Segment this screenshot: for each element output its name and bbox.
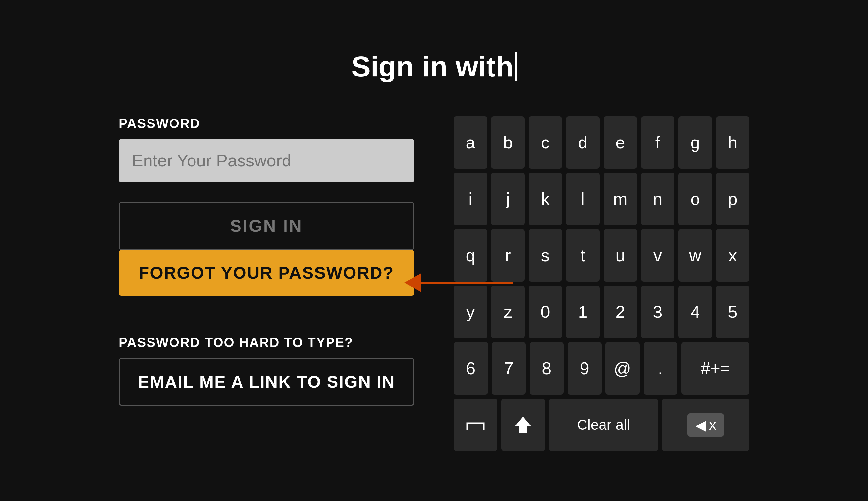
backspace-x: x (709, 417, 716, 433)
keyboard-row-1: a b c d e f g h (454, 116, 750, 169)
forgot-password-button[interactable]: FORGOT YOUR PASSWORD? (118, 250, 414, 296)
key-clear-all[interactable]: Clear all (549, 398, 658, 451)
key-symbols[interactable]: #+= (681, 342, 750, 395)
key-f[interactable]: f (641, 116, 674, 169)
key-t[interactable]: t (566, 229, 599, 282)
key-j[interactable]: j (491, 173, 525, 225)
password-hard-label: PASSWORD TOO HARD TO TYPE? (118, 335, 414, 350)
key-d[interactable]: d (566, 116, 599, 169)
password-label: PASSWORD (118, 116, 414, 131)
key-w[interactable]: w (678, 229, 712, 282)
key-backspace[interactable]: ◀ x (662, 398, 750, 451)
key-3[interactable]: 3 (641, 286, 674, 338)
key-o[interactable]: o (678, 173, 712, 225)
keyboard-row-5: 6 7 8 9 @ . #+= (454, 342, 750, 395)
left-panel: PASSWORD SIGN IN FORGOT YOUR PASSWORD? P… (118, 116, 414, 406)
backspace-icon: ◀ x (687, 413, 724, 437)
key-z[interactable]: z (491, 286, 525, 338)
key-u[interactable]: u (604, 229, 637, 282)
keyboard-row-2: i j k l m n o p (454, 173, 750, 225)
key-2[interactable]: 2 (604, 286, 637, 338)
key-p[interactable]: p (716, 173, 750, 225)
key-k[interactable]: k (529, 173, 562, 225)
key-a[interactable]: a (454, 116, 487, 169)
key-4[interactable]: 4 (678, 286, 712, 338)
svg-marker-0 (515, 417, 531, 433)
key-n[interactable]: n (641, 173, 674, 225)
email-link-button[interactable]: EMAIL ME A LINK TO SIGN IN (118, 358, 414, 406)
cursor-bar (515, 52, 517, 82)
key-0[interactable]: 0 (529, 286, 562, 338)
key-6[interactable]: 6 (454, 342, 488, 395)
key-space[interactable] (454, 398, 498, 451)
sign-in-button[interactable]: SIGN IN (118, 202, 414, 250)
keyboard-row-6: Clear all ◀ x (454, 398, 750, 451)
password-input[interactable] (118, 139, 414, 182)
page-title: Sign in with (351, 50, 517, 83)
forgot-row: FORGOT YOUR PASSWORD? (118, 250, 414, 316)
key-v[interactable]: v (641, 229, 674, 282)
key-shift[interactable] (501, 398, 545, 451)
key-y[interactable]: y (454, 286, 487, 338)
key-c[interactable]: c (529, 116, 562, 169)
main-layout: PASSWORD SIGN IN FORGOT YOUR PASSWORD? P… (40, 116, 828, 451)
arrow-head (405, 274, 421, 292)
key-e[interactable]: e (604, 116, 637, 169)
key-i[interactable]: i (454, 173, 487, 225)
title-text: Sign in with (351, 50, 513, 83)
key-7[interactable]: 7 (492, 342, 526, 395)
shift-icon (513, 415, 533, 435)
key-h[interactable]: h (716, 116, 750, 169)
key-period[interactable]: . (644, 342, 678, 395)
key-x[interactable]: x (716, 229, 750, 282)
page-wrapper: Sign in with PASSWORD SIGN IN FORGOT YOU… (0, 0, 868, 501)
key-1[interactable]: 1 (566, 286, 599, 338)
key-5[interactable]: 5 (716, 286, 750, 338)
arrow-indicator (405, 274, 513, 292)
keyboard-row-4: y z 0 1 2 3 4 5 (454, 286, 750, 338)
arrow-line (421, 282, 513, 284)
key-b[interactable]: b (491, 116, 525, 169)
key-l[interactable]: l (566, 173, 599, 225)
key-at[interactable]: @ (606, 342, 640, 395)
space-icon (466, 418, 485, 431)
key-s[interactable]: s (529, 229, 562, 282)
key-g[interactable]: g (678, 116, 712, 169)
key-9[interactable]: 9 (568, 342, 602, 395)
backspace-arrow: ◀ (695, 417, 707, 433)
key-8[interactable]: 8 (530, 342, 564, 395)
key-m[interactable]: m (604, 173, 637, 225)
